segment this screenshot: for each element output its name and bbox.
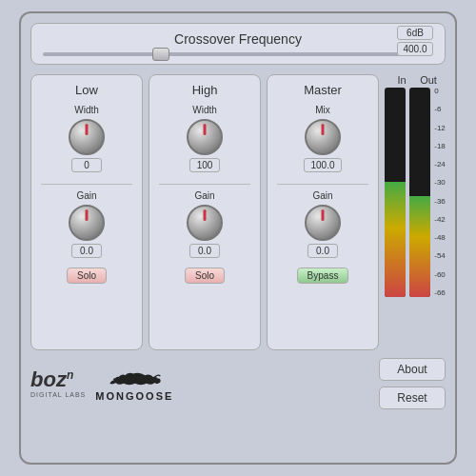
mix-knob-master[interactable] bbox=[305, 119, 341, 155]
divider-high bbox=[159, 184, 250, 185]
vu-labels-row: In Out bbox=[391, 74, 439, 86]
boz-superscript: n bbox=[67, 368, 73, 382]
channel-label-low: Low bbox=[75, 83, 98, 97]
crossover-section: Crossover Frequency 6dB 400.0 bbox=[30, 23, 446, 65]
vu-scale-54: -54 bbox=[434, 252, 446, 260]
gain-knob-high[interactable] bbox=[187, 205, 223, 241]
boz-text: bozn bbox=[30, 369, 73, 390]
vu-scale-66: -66 bbox=[434, 289, 446, 297]
solo-button-high[interactable]: Solo bbox=[185, 268, 225, 284]
about-button[interactable]: About bbox=[379, 358, 446, 381]
mongoose-area: MONGOOSE bbox=[95, 366, 173, 402]
vu-scale-60: -60 bbox=[434, 271, 446, 279]
divider-low bbox=[41, 184, 132, 185]
vu-scale-labels: 0 -6 -12 -18 -24 -30 -36 -42 -48 -54 -60… bbox=[434, 88, 446, 297]
vu-scale-42: -42 bbox=[434, 216, 446, 224]
channel-strip-master: Master Mix 100.0 Gain 0.0 Bypass bbox=[267, 74, 379, 350]
crossover-slider[interactable] bbox=[43, 52, 426, 56]
channel-strip-high: High Width 100 Gain 0.0 Solo bbox=[149, 74, 261, 350]
vu-meter-container bbox=[385, 88, 430, 297]
vu-scale-0: 0 bbox=[434, 88, 446, 95]
width-section-low: Width 0 bbox=[69, 105, 105, 172]
width-knob-low[interactable] bbox=[69, 119, 105, 155]
mongoose-label: MONGOOSE bbox=[95, 390, 173, 402]
reset-button[interactable]: Reset bbox=[379, 387, 446, 409]
crossover-badges: 6dB 400.0 bbox=[397, 26, 433, 56]
vu-in-label: In bbox=[391, 74, 412, 86]
vu-meter-with-scale: 0 -6 -12 -18 -24 -30 -36 -42 -48 -54 -60… bbox=[385, 88, 446, 297]
channel-strip-low: Low Width 0 Gain 0.0 Solo bbox=[30, 74, 143, 350]
vu-scale-12: -12 bbox=[434, 125, 446, 132]
width-value-low: 0 bbox=[71, 158, 102, 172]
svg-point-0 bbox=[113, 378, 116, 381]
gain-knob-low[interactable] bbox=[69, 205, 105, 241]
gain-value-master: 0.0 bbox=[307, 244, 338, 258]
gain-label-low: Gain bbox=[76, 190, 96, 201]
gain-value-high: 0.0 bbox=[189, 244, 220, 258]
main-row: Low Width 0 Gain 0.0 Solo High Width 100 bbox=[30, 74, 446, 350]
crossover-slider-row: 6dB 400.0 bbox=[43, 52, 433, 56]
mongoose-icon bbox=[106, 366, 163, 388]
plugin-container: Crossover Frequency 6dB 400.0 Low Width … bbox=[19, 11, 457, 465]
vu-out-label: Out bbox=[418, 74, 439, 86]
mix-value-master: 100.0 bbox=[304, 158, 341, 172]
action-buttons: About Reset bbox=[379, 358, 446, 409]
db-badge: 6dB bbox=[397, 26, 433, 40]
vu-scale-18: -18 bbox=[434, 143, 446, 150]
freq-badge: 400.0 bbox=[397, 42, 433, 56]
mix-section-master: Mix 100.0 bbox=[304, 105, 341, 172]
vu-fill-out bbox=[409, 196, 430, 297]
width-knob-high[interactable] bbox=[187, 119, 223, 155]
gain-knob-master[interactable] bbox=[305, 205, 341, 241]
crossover-title: Crossover Frequency bbox=[174, 31, 302, 47]
bottom-row: bozn Digital Labs MONGOOSE About Reset bbox=[30, 360, 446, 407]
gain-section-master: Gain 0.0 bbox=[305, 190, 341, 258]
width-label-low: Width bbox=[74, 105, 99, 115]
vu-scale-36: -36 bbox=[434, 198, 446, 206]
vu-bar-in bbox=[385, 88, 406, 297]
boz-logo: bozn Digital Labs bbox=[30, 369, 86, 397]
width-label-high: Width bbox=[192, 105, 217, 115]
gain-value-low: 0.0 bbox=[71, 244, 102, 258]
bypass-button-master[interactable]: Bypass bbox=[297, 268, 349, 284]
brand-area: bozn Digital Labs MONGOOSE bbox=[30, 366, 173, 402]
width-value-high: 100 bbox=[189, 158, 220, 172]
boz-subtitle: Digital Labs bbox=[30, 391, 86, 398]
divider-master bbox=[277, 184, 368, 185]
channel-label-master: Master bbox=[304, 83, 342, 97]
solo-button-low[interactable]: Solo bbox=[67, 268, 107, 284]
channel-label-high: High bbox=[192, 83, 218, 97]
vu-bar-out bbox=[409, 88, 430, 297]
width-section-high: Width 100 bbox=[187, 105, 223, 172]
vu-scale-6: -6 bbox=[434, 106, 446, 113]
gain-section-high: Gain 0.0 bbox=[187, 190, 223, 258]
vu-scale-24: -24 bbox=[434, 161, 446, 169]
gain-section-low: Gain 0.0 bbox=[69, 190, 105, 258]
vu-section: In Out 0 -6 -12 -18 -24 bbox=[385, 74, 446, 350]
vu-scale-30: -30 bbox=[434, 179, 446, 187]
gain-label-high: Gain bbox=[194, 190, 214, 201]
gain-label-master: Gain bbox=[312, 190, 332, 201]
vu-scale-48: -48 bbox=[434, 234, 446, 242]
mix-label-master: Mix bbox=[315, 105, 330, 115]
vu-fill-in bbox=[385, 182, 406, 297]
